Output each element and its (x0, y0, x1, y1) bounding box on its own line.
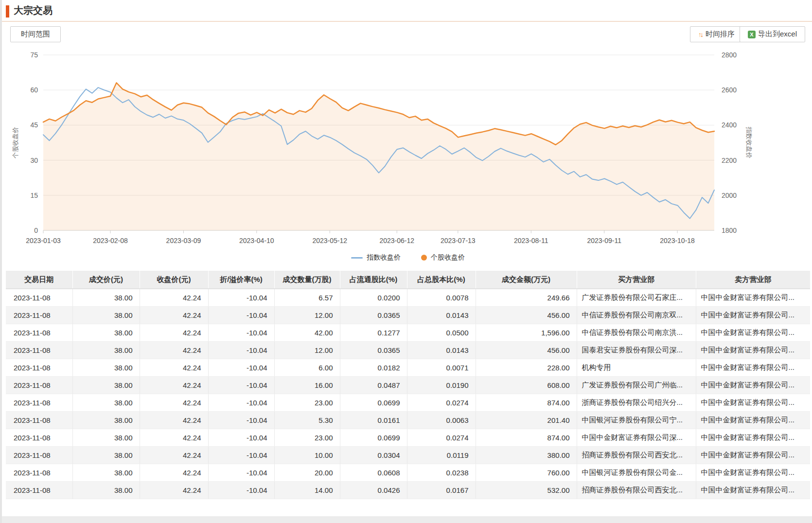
svg-text:2023-05-12: 2023-05-12 (312, 237, 347, 244)
table-cell: 广发证券股份有限公司广州临... (577, 377, 696, 394)
table-cell: 浙商证券股份有限公司绍兴分... (577, 394, 696, 412)
column-header: 占流通股比(%) (340, 271, 407, 289)
table-cell: 42.24 (140, 359, 208, 377)
table-cell: 中国中金财富证券有限公司... (696, 377, 810, 394)
table-row: 2023-11-0838.0042.24-10.0423.000.06990.0… (6, 394, 810, 412)
svg-text:2023-04-10: 2023-04-10 (239, 237, 274, 244)
title-accent-bar (6, 5, 9, 17)
table-cell: 201.40 (476, 412, 577, 429)
svg-text:2023-01-03: 2023-01-03 (26, 237, 61, 244)
table-cell: 0.1277 (340, 324, 407, 342)
table-cell: 2023-11-08 (6, 394, 72, 412)
time-sort-label: 时间排序 (706, 30, 735, 39)
table-cell: 38.00 (72, 359, 140, 377)
table-cell: 0.0699 (340, 429, 407, 447)
column-header: 交易日期 (6, 271, 72, 289)
legend-item-stock[interactable]: 个股收盘价 (421, 253, 465, 262)
table-row: 2023-11-0838.0042.24-10.0442.000.12770.0… (6, 324, 810, 342)
table-cell: 招商证券股份有限公司西安北... (577, 482, 696, 499)
svg-text:2023-07-13: 2023-07-13 (441, 237, 476, 244)
table-cell: 38.00 (72, 394, 140, 412)
table-cell: 12.00 (274, 307, 340, 324)
table-cell: 456.00 (476, 307, 577, 324)
svg-text:2023-06-12: 2023-06-12 (379, 237, 414, 244)
table-cell: 42.24 (140, 324, 208, 342)
table-cell: 38.00 (72, 289, 140, 307)
table-cell: 中国中金财富证券有限公司... (696, 412, 810, 429)
table-cell: -10.04 (208, 359, 274, 377)
table-cell: 中信证券股份有限公司南京双... (577, 307, 696, 324)
table-cell: 14.00 (274, 482, 340, 499)
table-cell: 608.00 (476, 377, 577, 394)
table-row: 2023-11-0838.0042.24-10.0412.000.03650.0… (6, 307, 810, 324)
time-range-button[interactable]: 时间范围 (10, 26, 61, 42)
table-cell: 中国中金财富证券有限公司... (696, 482, 810, 499)
table-cell: 6.57 (274, 289, 340, 307)
table-cell: 38.00 (72, 342, 140, 359)
table-cell: 1,596.00 (476, 324, 577, 342)
chart-legend: 指数收盘价个股收盘价 (6, 253, 810, 262)
table-cell: 2023-11-08 (6, 359, 72, 377)
svg-text:15: 15 (30, 192, 38, 199)
table-row: 2023-11-0838.0042.24-10.0420.000.06080.0… (6, 464, 810, 482)
bottom-scrollbar[interactable] (2, 516, 812, 523)
table-row: 2023-11-0838.0042.24-10.0410.000.03040.0… (6, 447, 810, 464)
table-cell: 2023-11-08 (6, 307, 72, 324)
table-cell: 42.24 (140, 412, 208, 429)
excel-icon: X (748, 31, 756, 38)
table-row: 2023-11-0838.0042.24-10.046.000.01820.00… (6, 359, 810, 377)
table-cell: 42.24 (140, 377, 208, 394)
table-cell: 2023-11-08 (6, 482, 72, 499)
table-cell: 0.0167 (407, 482, 476, 499)
table-cell: -10.04 (208, 394, 274, 412)
table-cell: 中国中金财富证券有限公司... (696, 307, 810, 324)
table-cell: 2023-11-08 (6, 429, 72, 447)
time-sort-button[interactable]: ↑↓ 时间排序 (690, 26, 743, 42)
time-range-label: 时间范围 (21, 30, 50, 39)
table-cell: -10.04 (208, 289, 274, 307)
table-cell: 中信证券股份有限公司南京洪... (577, 324, 696, 342)
table-cell: 0.0500 (407, 324, 476, 342)
table-cell: 38.00 (72, 429, 140, 447)
column-header: 折/溢价率(%) (208, 271, 274, 289)
table-cell: 2023-11-08 (6, 289, 72, 307)
table-cell: 2023-11-08 (6, 377, 72, 394)
column-header: 成交价(元) (72, 271, 140, 289)
table-cell: 42.00 (274, 324, 340, 342)
legend-line-icon (351, 257, 363, 259)
table-cell: 0.0487 (340, 377, 407, 394)
table-cell: 中国中金财富证券有限公司... (696, 342, 810, 359)
table-header-row: 交易日期成交价(元)收盘价(元)折/溢价率(%)成交数量(万股)占流通股比(%)… (6, 271, 810, 289)
table-cell: 38.00 (72, 412, 140, 429)
table-cell: -10.04 (208, 482, 274, 499)
table-row: 2023-11-0838.0042.24-10.045.300.01610.00… (6, 412, 810, 429)
table-cell: 0.0190 (407, 377, 476, 394)
svg-text:2600: 2600 (722, 86, 737, 94)
table-cell: 0.0063 (407, 412, 476, 429)
legend-item-index[interactable]: 指数收盘价 (351, 253, 401, 262)
table-cell: 0.0608 (340, 464, 407, 482)
table-cell: 23.00 (274, 429, 340, 447)
svg-text:指数收盘价: 指数收盘价 (745, 126, 753, 158)
svg-text:45: 45 (30, 121, 38, 129)
svg-text:2800: 2800 (722, 51, 737, 59)
table-cell: 228.00 (476, 359, 577, 377)
table-cell: 20.00 (274, 464, 340, 482)
column-header: 占总股本比(%) (407, 271, 476, 289)
table-cell: 机构专用 (577, 359, 696, 377)
svg-text:2400: 2400 (722, 121, 737, 129)
table-cell: 广发证券股份有限公司石家庄... (577, 289, 696, 307)
table-cell: -10.04 (208, 342, 274, 359)
table-cell: 38.00 (72, 482, 140, 499)
export-excel-button[interactable]: X 导出到excel (740, 26, 805, 42)
svg-text:2023-08-11: 2023-08-11 (514, 237, 548, 244)
svg-text:2023-09-11: 2023-09-11 (587, 237, 621, 244)
table-cell: 中国中金财富证券有限公司... (696, 464, 810, 482)
legend-circle-icon (421, 255, 427, 261)
table-cell: -10.04 (208, 377, 274, 394)
table-cell: 874.00 (476, 394, 577, 412)
column-header: 成交金额(万元) (476, 271, 577, 289)
table-cell: 42.24 (140, 482, 208, 499)
table-cell: 0.0304 (340, 447, 407, 464)
table-cell: 中国银河证券股份有限公司金... (577, 464, 696, 482)
